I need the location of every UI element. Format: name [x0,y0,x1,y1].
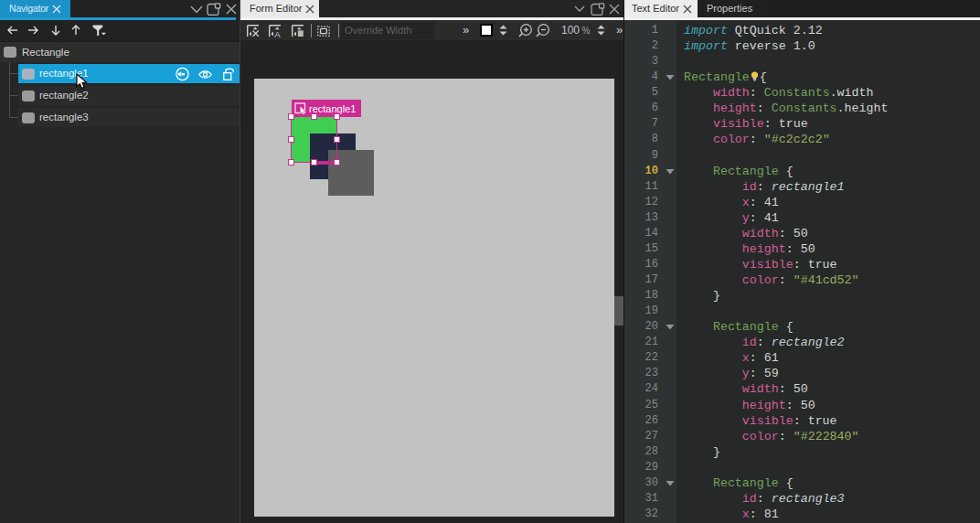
svg-text:A: A [274,29,281,37]
